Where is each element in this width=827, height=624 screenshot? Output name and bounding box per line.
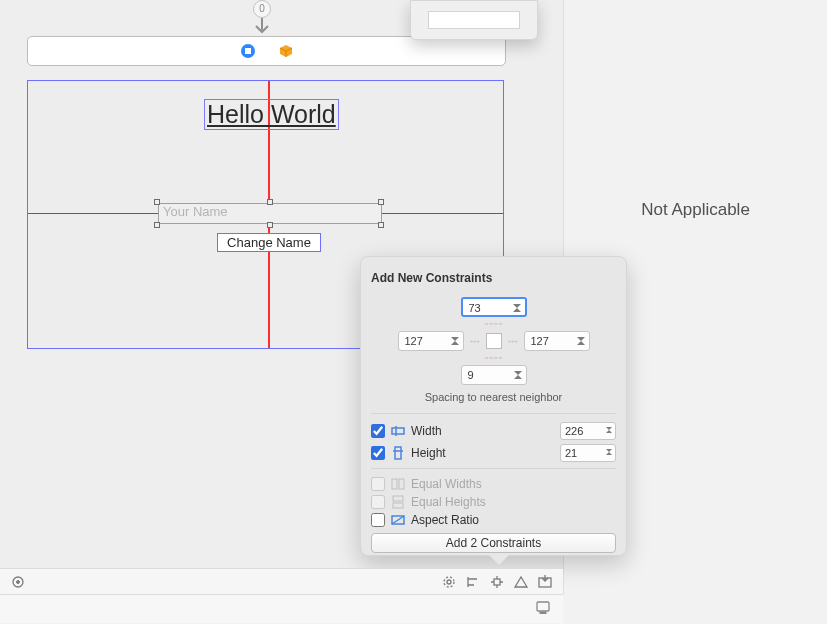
equal-heights-checkbox <box>371 495 385 509</box>
selection-handle[interactable] <box>154 222 160 228</box>
floating-preview <box>410 0 538 40</box>
svg-rect-3 <box>395 447 401 459</box>
selection-handle[interactable] <box>267 199 273 205</box>
svg-rect-15 <box>537 602 549 611</box>
update-frames-icon[interactable] <box>437 575 461 589</box>
popover-tip <box>489 555 509 565</box>
equal-heights-label: Equal Heights <box>411 495 616 509</box>
aspect-ratio-checkbox[interactable] <box>371 513 385 527</box>
svg-rect-2 <box>392 428 404 434</box>
width-icon <box>391 424 405 438</box>
svg-point-10 <box>17 580 20 583</box>
spacing-caption: Spacing to nearest neighbor <box>371 391 616 403</box>
equal-heights-row: Equal Heights <box>371 495 616 509</box>
constraint-center-box <box>486 333 502 349</box>
equal-widths-icon <box>391 477 405 491</box>
first-responder-icon[interactable] <box>278 43 294 59</box>
equal-heights-icon <box>391 495 405 509</box>
align-icon[interactable] <box>461 575 485 589</box>
add-constraints-button[interactable]: Add 2 Constraints <box>371 533 616 553</box>
selection-handle[interactable] <box>154 199 160 205</box>
width-label: Width <box>411 424 554 438</box>
equal-widths-row: Equal Widths <box>371 477 616 491</box>
width-row: Width 226 <box>371 422 616 440</box>
canvas-bottom-toolbar <box>0 568 563 594</box>
top-spacing-field[interactable]: 73 <box>461 297 527 317</box>
add-constraints-popover: Add New Constraints 73 ┊ 127 ┄ ┄ 127 ┊ 9… <box>360 256 627 556</box>
svg-rect-13 <box>494 579 500 585</box>
scene-header-toolbar <box>27 36 506 66</box>
svg-rect-16 <box>540 612 546 614</box>
svg-rect-1 <box>245 48 251 54</box>
svg-rect-6 <box>393 496 403 501</box>
device-config-icon[interactable] <box>535 600 551 618</box>
resolve-issues-icon[interactable] <box>509 575 533 589</box>
hello-world-label[interactable]: Hello World <box>204 99 339 130</box>
aspect-ratio-icon <box>391 513 405 527</box>
aspect-ratio-label: Aspect Ratio <box>411 513 616 527</box>
selection-handle[interactable] <box>378 199 384 205</box>
segue-badge: 0 <box>253 0 271 18</box>
adjust-options-icon[interactable] <box>6 575 30 589</box>
inspector-not-applicable: Not Applicable <box>641 200 750 220</box>
svg-point-11 <box>444 577 454 587</box>
height-value-field[interactable]: 21 <box>560 444 616 462</box>
width-checkbox[interactable] <box>371 424 385 438</box>
leading-connector[interactable]: ┄ <box>470 332 480 351</box>
svg-rect-5 <box>399 479 404 489</box>
bottom-connector[interactable]: ┊ <box>484 353 503 363</box>
height-label: Height <box>411 446 554 460</box>
svg-rect-4 <box>392 479 397 489</box>
height-icon <box>391 446 405 460</box>
svg-rect-7 <box>393 503 403 508</box>
change-name-button[interactable]: Change Name <box>217 233 321 252</box>
trailing-connector[interactable]: ┄ <box>508 332 518 351</box>
selection-handle[interactable] <box>267 222 273 228</box>
height-row: Height 21 <box>371 444 616 462</box>
width-value-field[interactable]: 226 <box>560 422 616 440</box>
name-textfield[interactable]: Your Name <box>158 203 382 224</box>
device-bar <box>0 594 563 623</box>
selection-handle[interactable] <box>378 222 384 228</box>
leading-spacing-field[interactable]: 127 <box>398 331 464 351</box>
equal-widths-label: Equal Widths <box>411 477 616 491</box>
top-connector[interactable]: ┊ <box>484 319 503 329</box>
add-constraints-icon[interactable] <box>485 575 509 589</box>
embed-in-icon[interactable] <box>533 575 557 589</box>
segue-arrow: 0 <box>252 0 272 36</box>
equal-widths-checkbox <box>371 477 385 491</box>
svg-point-12 <box>447 580 451 584</box>
floating-preview-inner <box>428 11 520 29</box>
bottom-spacing-field[interactable]: 9 <box>461 365 527 385</box>
trailing-spacing-field[interactable]: 127 <box>524 331 590 351</box>
view-controller-icon[interactable] <box>240 43 256 59</box>
height-checkbox[interactable] <box>371 446 385 460</box>
aspect-ratio-row: Aspect Ratio <box>371 513 616 527</box>
popover-title: Add New Constraints <box>371 271 616 285</box>
